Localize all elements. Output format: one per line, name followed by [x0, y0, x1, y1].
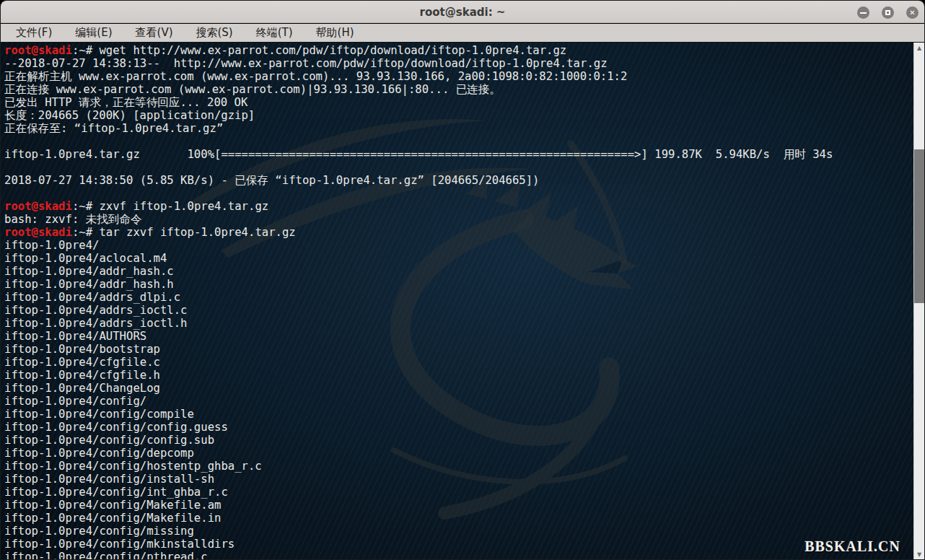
- terminal-line: iftop-1.0pre4/config/int_ghba_r.c: [4, 486, 913, 499]
- close-button[interactable]: ✕: [906, 6, 919, 19]
- window-title: root@skadi: ~: [1, 6, 924, 19]
- terminal-line: 已发出 HTTP 请求，正在等待回应... 200 OK: [4, 96, 913, 109]
- terminal-line: [4, 135, 913, 148]
- terminal-line: root@skadi:~# tar zxvf iftop-1.0pre4.tar…: [4, 226, 913, 239]
- terminal-line: 正在连接 www.ex-parrot.com (www.ex-parrot.co…: [4, 83, 913, 96]
- terminal-line: iftop-1.0pre4/config/config.sub: [4, 434, 913, 447]
- terminal-line: iftop-1.0pre4/config/Makefile.am: [4, 499, 913, 512]
- maximize-button[interactable]: [882, 6, 894, 19]
- prompt-user: root@skadi: [4, 200, 72, 213]
- menu-item-help[interactable]: 帮助(H): [310, 25, 361, 41]
- terminal-line: iftop-1.0pre4/cfgfile.c: [4, 356, 913, 369]
- terminal-line: iftop-1.0pre4/addr_hash.h: [4, 278, 913, 291]
- terminal-line: [4, 161, 913, 174]
- terminal-line: [4, 187, 913, 200]
- terminal-line: iftop-1.0pre4/config/mkinstalldirs: [4, 538, 913, 551]
- titlebar[interactable]: root@skadi: ~ ✕: [1, 1, 924, 23]
- window-controls: ✕: [857, 6, 919, 19]
- terminal-line: iftop-1.0pre4/config/depcomp: [4, 447, 913, 460]
- scroll-up-icon[interactable]: ▲: [914, 43, 924, 53]
- scrollbar-thumb[interactable]: [914, 149, 924, 303]
- minimize-icon: [860, 12, 867, 14]
- terminal-line: 正在解析主机 www.ex-parrot.com (www.ex-parrot.…: [4, 70, 913, 83]
- terminal-line: 2018-07-27 14:38:50 (5.85 KB/s) - 已保存 “i…: [4, 174, 913, 187]
- terminal-line: iftop-1.0pre4/addrs_dlpi.c: [4, 291, 913, 304]
- menu-item-terminal[interactable]: 终端(T): [250, 25, 299, 41]
- bbskali-watermark: BBSKALI.CN: [805, 538, 900, 555]
- scrollbar[interactable]: ▲ ▼: [913, 43, 924, 559]
- terminal-viewport[interactable]: root@skadi:~# wget http://www.ex-parrot.…: [1, 43, 913, 559]
- terminal-line: root@skadi:~# wget http://www.ex-parrot.…: [4, 44, 913, 57]
- terminal-line: iftop-1.0pre4/config/install-sh: [4, 473, 913, 486]
- menu-item-view[interactable]: 查看(V): [129, 25, 180, 41]
- prompt-user: root@skadi: [4, 44, 72, 57]
- terminal-line: iftop-1.0pre4/config/Makefile.in: [4, 512, 913, 525]
- menu-item-file[interactable]: 文件(F): [9, 25, 58, 41]
- terminal-line: iftop-1.0pre4/config/config.guess: [4, 421, 913, 434]
- minimize-button[interactable]: [857, 6, 869, 19]
- close-icon: ✕: [909, 9, 915, 17]
- terminal-line: iftop-1.0pre4.tar.gz 100%[==============…: [4, 148, 913, 161]
- terminal-line: --2018-07-27 14:38:13-- http://www.ex-pa…: [4, 57, 913, 70]
- terminal-line: iftop-1.0pre4/addr_hash.c: [4, 265, 913, 278]
- terminal-line: iftop-1.0pre4/cfgfile.h: [4, 369, 913, 382]
- scroll-down-icon[interactable]: ▼: [914, 549, 924, 559]
- terminal-line: iftop-1.0pre4/ChangeLog: [4, 382, 913, 395]
- terminal-line: root@skadi:~# zxvf iftop-1.0pre4.tar.gz: [4, 200, 913, 213]
- terminal-line: iftop-1.0pre4/config/compile: [4, 408, 913, 421]
- prompt-user: root@skadi: [4, 226, 72, 239]
- terminal-line: iftop-1.0pre4/addrs_ioctl.c: [4, 304, 913, 317]
- terminal-line: iftop-1.0pre4/config/missing: [4, 525, 913, 538]
- terminal-line: bash: zxvf: 未找到命令: [4, 213, 913, 226]
- menubar: 文件(F)编辑(E)查看(V)搜索(S)终端(T)帮助(H): [1, 24, 924, 43]
- terminal-window: root@skadi: ~ ✕ 文件(F)编辑(E)查看(V)搜索(S)终端(T…: [0, 0, 925, 560]
- terminal-line: iftop-1.0pre4/AUTHORS: [4, 330, 913, 343]
- terminal-line: iftop-1.0pre4/addrs_ioctl.h: [4, 317, 913, 330]
- terminal-line: iftop-1.0pre4/bootstrap: [4, 343, 913, 356]
- menu-item-edit[interactable]: 编辑(E): [69, 25, 118, 41]
- terminal-line: iftop-1.0pre4/config/: [4, 395, 913, 408]
- terminal-line: iftop-1.0pre4/config/hostentp_ghba_r.c: [4, 460, 913, 473]
- terminal-output: root@skadi:~# wget http://www.ex-parrot.…: [4, 44, 913, 560]
- terminal-line: iftop-1.0pre4/config/pthread.c: [4, 551, 913, 560]
- terminal-line: 长度：204665 (200K) [application/gzip]: [4, 109, 913, 122]
- terminal-line: iftop-1.0pre4/: [4, 239, 913, 252]
- terminal-line: iftop-1.0pre4/aclocal.m4: [4, 252, 913, 265]
- menu-item-search[interactable]: 搜索(S): [190, 25, 240, 41]
- maximize-icon: [885, 10, 890, 15]
- terminal-line: 正在保存至: “iftop-1.0pre4.tar.gz”: [4, 122, 913, 135]
